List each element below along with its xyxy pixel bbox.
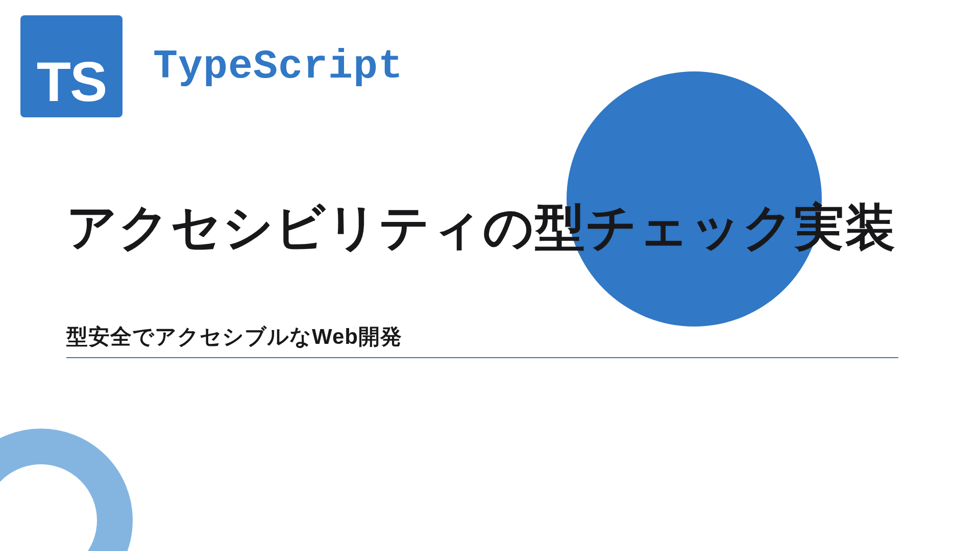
subtitle-wrap: 型安全でアクセシブルなWeb開発: [66, 322, 898, 358]
typescript-logo-icon: TS: [20, 15, 122, 117]
slide-title: アクセシビリティの型チェック実装: [66, 189, 898, 266]
logo-badge-text: TS: [37, 54, 107, 110]
slide-subtitle: 型安全でアクセシブルなWeb開発: [66, 322, 898, 351]
logo-label: TypeScript: [153, 43, 403, 90]
slide-container: TS TypeScript アクセシビリティの型チェック実装 型安全でアクセシブ…: [0, 0, 980, 551]
logo-row: TS TypeScript: [20, 15, 919, 117]
decorative-circle-ring: [0, 429, 133, 551]
